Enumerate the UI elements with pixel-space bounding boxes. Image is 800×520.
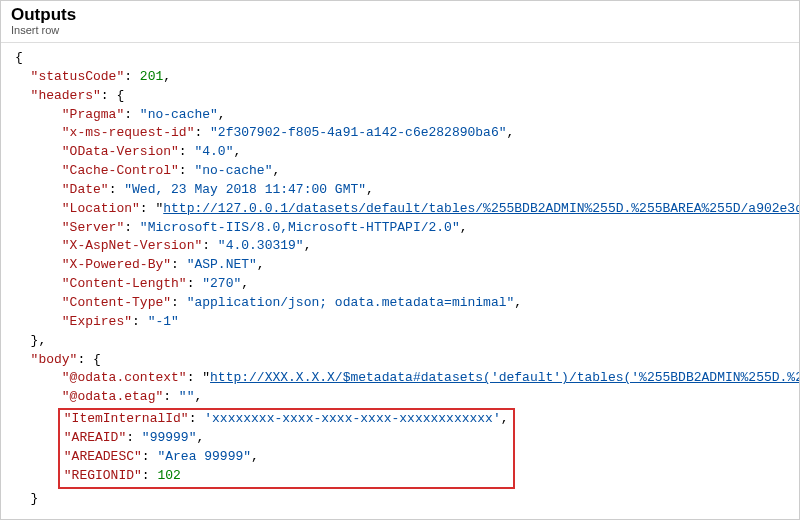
v-pragma: "no-cache" — [140, 107, 218, 122]
v-location[interactable]: http://127.0.0.1/datasets/default/tables… — [163, 201, 799, 216]
v-clen: "270" — [202, 276, 241, 291]
v-date: "Wed, 23 May 2018 11:47:00 GMT" — [124, 182, 366, 197]
k-headers: "headers" — [31, 88, 101, 103]
v-areadesc: "Area 99999" — [157, 449, 251, 464]
k-xmsreq: "x-ms-request-id" — [62, 125, 195, 140]
k-octx: "@odata.context" — [62, 370, 187, 385]
k-ctype: "Content-Type" — [62, 295, 171, 310]
panel-header: Outputs Insert row — [1, 1, 799, 43]
v-exp: "-1" — [148, 314, 179, 329]
v-xmsreq: "2f307902-f805-4a91-a142-c6e282890ba6" — [210, 125, 506, 140]
k-item: "ItemInternalId" — [64, 411, 189, 426]
k-location: "Location" — [62, 201, 140, 216]
highlighted-fields: "ItemInternalId": 'xxxxxxxx-xxxx-xxxx-xx… — [58, 408, 515, 489]
k-statusCode: "statusCode" — [31, 69, 125, 84]
v-aspnet: "4.0.30319" — [218, 238, 304, 253]
k-areadesc: "AREADESC" — [64, 449, 142, 464]
v-areaid: "99999" — [142, 430, 197, 445]
panel-subtitle: Insert row — [11, 24, 789, 36]
k-clen: "Content-Length" — [62, 276, 187, 291]
k-cache: "Cache-Control" — [62, 163, 179, 178]
k-exp: "Expires" — [62, 314, 132, 329]
panel-title: Outputs — [11, 5, 789, 25]
v-ctype: "application/json; odata.metadata=minima… — [187, 295, 515, 310]
v-oetag: "" — [179, 389, 195, 404]
v-region: 102 — [157, 468, 180, 483]
v-octx[interactable]: http://XXX.X.X.X/$metadata#datasets('def… — [210, 370, 799, 385]
k-body: "body" — [31, 352, 78, 367]
v-cache: "no-cache" — [194, 163, 272, 178]
v-powby: "ASP.NET" — [187, 257, 257, 272]
k-pragma: "Pragma" — [62, 107, 124, 122]
k-powby: "X-Powered-By" — [62, 257, 171, 272]
k-aspnet: "X-AspNet-Version" — [62, 238, 202, 253]
k-odataver: "OData-Version" — [62, 144, 179, 159]
v-odataver: "4.0" — [194, 144, 233, 159]
v-item: 'xxxxxxxx-xxxx-xxxx-xxxx-xxxxxxxxxxxx' — [204, 411, 500, 426]
json-output: { "statusCode": 201, "headers": { "Pragm… — [1, 43, 799, 519]
k-date: "Date" — [62, 182, 109, 197]
v-server: "Microsoft-IIS/8.0,Microsoft-HTTPAPI/2.0… — [140, 220, 460, 235]
k-oetag: "@odata.etag" — [62, 389, 163, 404]
v-statusCode: 201 — [140, 69, 163, 84]
k-server: "Server" — [62, 220, 124, 235]
k-region: "REGIONID" — [64, 468, 142, 483]
k-areaid: "AREAID" — [64, 430, 126, 445]
